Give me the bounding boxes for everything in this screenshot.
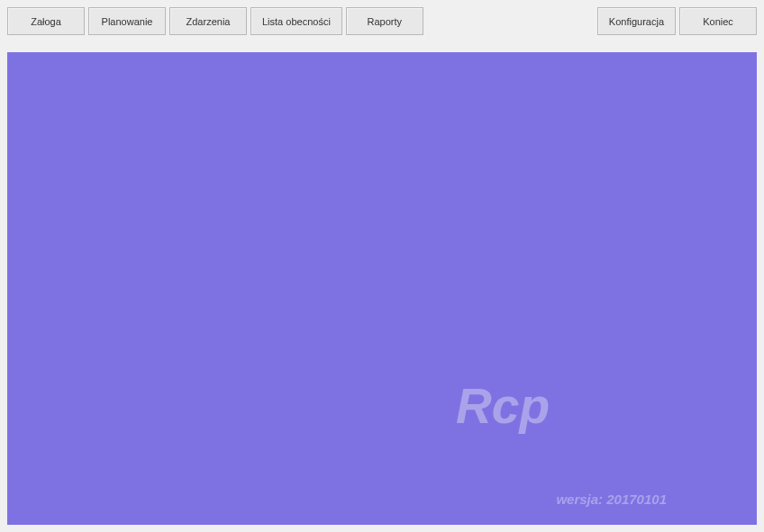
exit-button[interactable]: Koniec — [679, 7, 757, 35]
planning-button[interactable]: Planowanie — [88, 7, 166, 35]
attendance-list-button[interactable]: Lista obecności — [250, 7, 342, 35]
crew-button[interactable]: Załoga — [7, 7, 85, 35]
version-label: wersja: 20170101 — [556, 491, 667, 507]
reports-button[interactable]: Raporty — [346, 7, 423, 35]
toolbar-left-group: Załoga Planowanie Zdarzenia Lista obecno… — [7, 7, 423, 36]
main-content: Rcp wersja: 20170101 — [7, 52, 757, 525]
app-title: Rcp — [456, 377, 550, 435]
events-button[interactable]: Zdarzenia — [169, 7, 247, 35]
toolbar-right-group: Konfiguracja Koniec — [597, 7, 757, 36]
configuration-button[interactable]: Konfiguracja — [597, 7, 676, 35]
toolbar: Załoga Planowanie Zdarzenia Lista obecno… — [0, 0, 764, 43]
